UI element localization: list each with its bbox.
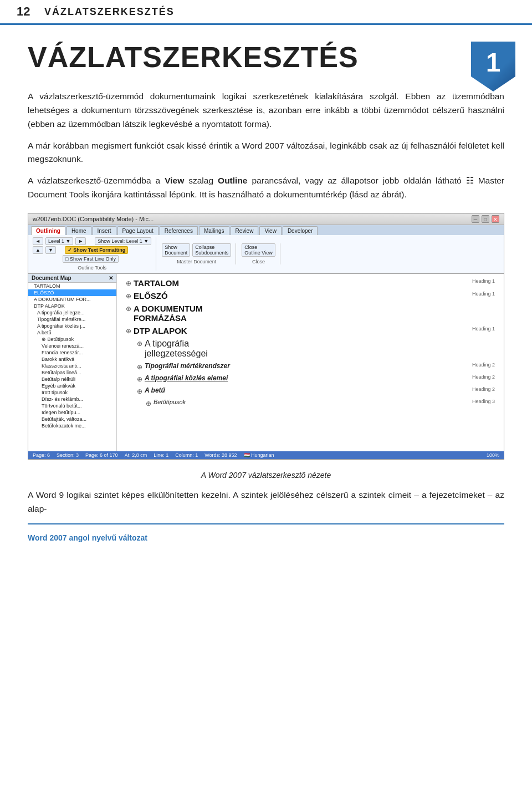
ribbon: Outlining Home Insert Page Layout Refere… xyxy=(28,225,504,274)
doc-map-item-dtp[interactable]: DTP ALAPOK xyxy=(28,303,116,309)
outline-text-betutipusok: Betűtípusok xyxy=(154,399,186,405)
outline-text-mertekrendszer: Tipográfiai mértékrendszer xyxy=(145,362,230,370)
doc-map-item-betufokozatok[interactable]: Betűfokozatok me... xyxy=(28,422,116,429)
outline-tools-label: Outline Tools xyxy=(33,265,151,271)
tab-developer[interactable]: Developer xyxy=(283,226,318,235)
doc-map-item-tartalom[interactable]: TARTALOM xyxy=(28,283,116,289)
statusbar-words: Words: 28 952 xyxy=(204,452,237,458)
move-down-button[interactable]: ▼ xyxy=(45,246,56,254)
ribbon-group-outline-tools: ◄ Level 1 ▼ ► Show Level: Level 1 ▼ ▲ ▼ … xyxy=(33,237,156,271)
outline-row-mertekrendszer: ⊕ Tipográfiai mértékrendszer Heading 2 xyxy=(126,362,495,371)
tab-home[interactable]: Home xyxy=(66,226,91,235)
outline-bullet-előszo: ⊕ xyxy=(126,292,131,300)
move-up-button[interactable]: ▲ xyxy=(33,246,43,254)
doc-map-item-egyeb[interactable]: Egyéb antikvák xyxy=(28,383,116,389)
minimize-button[interactable]: ─ xyxy=(472,215,479,223)
doc-map-item-francia[interactable]: Francia reneszár... xyxy=(28,349,116,356)
outline-row-tartalom: ⊕ TARTALOM Heading 1 xyxy=(126,278,495,288)
doc-map-item-betu[interactable]: A betű xyxy=(28,329,116,336)
outline-level-tartalom: Heading 1 xyxy=(472,278,495,284)
doc-map-item-mertekrendszer[interactable]: Tipográfiai mértékre... xyxy=(28,316,116,323)
doc-map-item-betutipusok[interactable]: ⊕ Betűtípusok xyxy=(28,336,116,343)
doc-map-item-dokumentum[interactable]: A DOKUMENTUM FOR... xyxy=(28,296,116,303)
master-doc-row-1: ShowDocument CollapseSubdocuments xyxy=(162,243,231,257)
outline-text-tartalom: TARTALOM xyxy=(134,278,179,288)
show-level-dropdown[interactable]: Show Level: Level 1 ▼ xyxy=(95,237,151,245)
doc-map-item-tipografia[interactable]: A tipográfia jellegze... xyxy=(28,309,116,316)
page-header: 12 VÁZLATSZERKESZTÉS xyxy=(0,0,532,25)
outline-row-kozles: ⊕ A tipográfiai közlés elemei Heading 2 xyxy=(126,374,495,383)
paragraph-1: A vázlatszerkesztő-üzemmód dokumentumain… xyxy=(28,90,504,131)
tab-page-layout[interactable]: Page Layout xyxy=(117,226,158,235)
statusbar-pages: Page: 6 of 170 xyxy=(85,452,118,458)
doc-map-item-betutalp[interactable]: Betűtalp nélküli xyxy=(28,376,116,383)
tab-references[interactable]: References xyxy=(160,226,198,235)
ribbon-row-1: ◄ Level 1 ▼ ► Show Level: Level 1 ▼ xyxy=(33,237,151,245)
statusbar-section: Section: 3 xyxy=(57,452,79,458)
statusbar-line: Line: 1 xyxy=(154,452,168,458)
outline-level-előszo: Heading 1 xyxy=(472,291,495,297)
outline-text-előszo: ELŐSZÓ xyxy=(134,291,168,300)
doc-map-item-kozles[interactable]: A tipográfiai közlés j... xyxy=(28,323,116,329)
outline-row-dokumentum: ⊕ A DOKUMENTUMFORMÁZÁSA xyxy=(126,304,495,323)
outline-text-dtp: DTP ALAPOK xyxy=(134,326,187,335)
maximize-button[interactable]: □ xyxy=(482,215,489,223)
doc-map-item-betufajtak[interactable]: Betűfajták, változa... xyxy=(28,416,116,422)
close-button[interactable]: ✕ xyxy=(492,215,499,223)
ribbon-group-master-doc: ShowDocument CollapseSubdocuments Master… xyxy=(162,243,236,264)
window-controls: ─ □ ✕ xyxy=(472,215,499,223)
chapter-badge: 1 xyxy=(471,42,515,91)
outline-bullet-betu: ⊕ xyxy=(137,388,142,395)
show-first-line-button[interactable]: □ Show First Line Only xyxy=(63,255,119,263)
outline-content: ⊕ TARTALOM Heading 1 ⊕ ELŐSZÓ Heading 1 … xyxy=(117,274,504,451)
doc-map-item-idegen[interactable]: Idegen betűtípu... xyxy=(28,409,116,416)
word-screenshot: w2007enb.DOC (Compatibility Mode) - Mic.… xyxy=(28,213,504,460)
show-document-button[interactable]: ShowDocument xyxy=(162,243,190,257)
outline-text-tipografia: A tipográfiajellegzetességei xyxy=(145,339,208,359)
doc-map-item-disz[interactable]: Dísz- és reklámb... xyxy=(28,396,116,403)
doc-map-item-barokk[interactable]: Barokk antikvá xyxy=(28,356,116,363)
bottom-label: Word 2007 angol nyelvű változat xyxy=(28,533,504,542)
tab-outlining[interactable]: Outlining xyxy=(31,226,65,235)
statusbar-language: 🇭🇺 Hungarian xyxy=(244,452,274,458)
doc-map-item-betutalpas[interactable]: Betűtalpas lineá... xyxy=(28,369,116,376)
doc-map-item-irott[interactable]: Írott típusok xyxy=(28,389,116,396)
outline-bullet-betutipusok: ⊕ xyxy=(146,400,151,407)
outline-text-betu: A betű xyxy=(145,386,165,394)
doc-map-item-velencei[interactable]: Velencei reneszá... xyxy=(28,343,116,349)
statusbar-at: At: 2,8 cm xyxy=(125,452,147,458)
ribbon-row-3: □ Show First Line Only xyxy=(33,255,151,263)
level-dropdown[interactable]: Level 1 ▼ xyxy=(45,237,73,245)
document-map-header: Document Map ✕ xyxy=(28,274,116,283)
tab-mailings[interactable]: Mailings xyxy=(199,226,229,235)
doc-map-item-klasszicista[interactable]: Klasszicista anti... xyxy=(28,363,116,369)
doc-map-item-tortvonal[interactable]: Törtvonalú betűt... xyxy=(28,403,116,409)
close-outline-view-button[interactable]: CloseOutline View xyxy=(242,243,275,257)
doc-map-item-előszo[interactable]: ELŐSZÓ xyxy=(28,289,116,296)
outline-text-kozles: A tipográfiai közlés elemei xyxy=(145,374,228,382)
outline-level-mertekrendszer: Heading 2 xyxy=(472,362,495,368)
ribbon-content: ◄ Level 1 ▼ ► Show Level: Level 1 ▼ ▲ ▼ … xyxy=(28,235,504,273)
demote-button[interactable]: ► xyxy=(75,237,86,245)
outline-text-dokumentum: A DOKUMENTUMFORMÁZÁSA xyxy=(134,304,202,323)
outline-row-tipografia: ⊕ A tipográfiajellegzetességei xyxy=(126,339,495,359)
main-content: 1 VÁZLATSZERKESZTÉS A vázlatszerkesztő-ü… xyxy=(0,25,532,561)
outline-row-betu: ⊕ A betű Heading 2 xyxy=(126,386,495,395)
collapse-subdocuments-button[interactable]: CollapseSubdocuments xyxy=(192,243,231,257)
tab-review[interactable]: Review xyxy=(231,226,259,235)
screenshot-caption: A Word 2007 vázlatszerkesztő nézete xyxy=(28,471,504,480)
outline-row-dtp: ⊕ DTP ALAPOK Heading 1 xyxy=(126,326,495,335)
chapter-title-header: VÁZLATSZERKESZTÉS xyxy=(44,6,175,18)
bottom-section: Word 2007 angol nyelvű változat xyxy=(28,523,504,542)
tab-insert[interactable]: Insert xyxy=(93,226,116,235)
promote-button[interactable]: ◄ xyxy=(33,237,43,245)
outline-bullet-tipografia: ⊕ xyxy=(137,340,142,348)
outline-level-kozles: Heading 2 xyxy=(472,374,495,380)
outline-level-dtp: Heading 1 xyxy=(472,326,495,332)
document-map-close-button[interactable]: ✕ xyxy=(109,275,113,281)
show-text-formatting-button[interactable]: ✓ Show Text Formatting xyxy=(65,246,128,254)
statusbar-column: Column: 1 xyxy=(175,452,198,458)
paragraph-3: A vázlatszerkesztő-üzemmódba a View szal… xyxy=(28,174,504,202)
statusbar-zoom: 100% xyxy=(487,452,499,458)
tab-view[interactable]: View xyxy=(259,226,282,235)
